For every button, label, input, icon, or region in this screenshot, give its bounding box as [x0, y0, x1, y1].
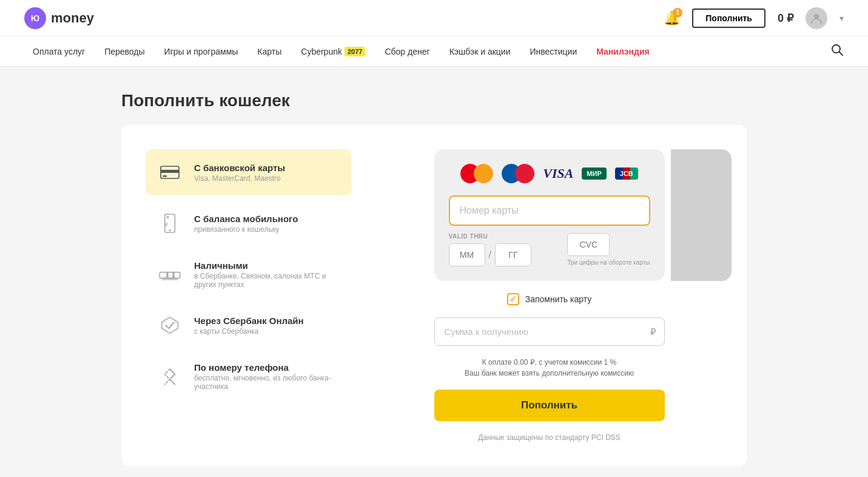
nav-item-manilandia[interactable]: Манилэндия [588, 36, 658, 67]
mc-orange-circle [474, 164, 493, 183]
chevron-down-icon[interactable]: ▾ [839, 13, 844, 23]
svg-rect-7 [167, 216, 169, 218]
svg-rect-4 [161, 170, 179, 173]
card-visual-wrapper: VISA МИР JCB VALID THRU [434, 149, 665, 281]
remember-card-label: Запомнить карту [525, 294, 592, 304]
ruble-sign-icon: ₽ [650, 326, 656, 337]
commission-info: К оплате 0.00 ₽, с учетом комиссии 1 % В… [465, 358, 634, 377]
content-panel: С банковской карты Visa, MasterCard, Mae… [121, 125, 747, 466]
svg-rect-5 [163, 175, 167, 177]
svg-point-8 [169, 229, 170, 231]
checkmark-icon: ✓ [510, 294, 517, 304]
logo-icon: Ю [24, 7, 46, 29]
phone-icon [155, 362, 184, 391]
remember-card-checkbox[interactable]: ✓ [507, 293, 519, 305]
cvc-group: Три цифры на обороте карты [567, 233, 650, 266]
bank-card-text: С банковской карты Visa, MasterCard, Mae… [194, 163, 285, 183]
mobile-balance-text: С баланса мобильного привязанного к коше… [194, 214, 298, 234]
cash-text: Наличными в Сбербанке, Связном, салонах … [194, 260, 342, 289]
nav-item-investments[interactable]: Инвестиции [521, 36, 585, 67]
cvc-hint: Три цифры на обороте карты [567, 259, 650, 266]
method-cash[interactable]: Наличными в Сбербанке, Связном, салонах … [146, 251, 352, 297]
cash-icon [155, 260, 184, 289]
method-mobile-balance[interactable]: ₽ С баланса мобильного привязанного к ко… [146, 200, 352, 246]
logo[interactable]: Ю money [24, 7, 94, 29]
mobile-icon: ₽ [155, 209, 184, 238]
card-form-area: VISA МИР JCB VALID THRU [376, 149, 722, 442]
topup-submit-button[interactable]: Пополнить [434, 390, 665, 421]
jcb-logo: JCB [615, 167, 638, 180]
nav-item-cashback[interactable]: Кэшбэк и акции [441, 36, 519, 67]
logo-text: money [51, 10, 94, 26]
header-right: 🔔 1 Пополнить 0 ₽ ▾ [664, 7, 844, 29]
nav-item-cards[interactable]: Карты [249, 36, 290, 67]
nav-item-services[interactable]: Оплата услуг [24, 36, 93, 67]
pci-dss-text: Данные защищены по стандарту PCI DSS [478, 433, 621, 442]
main-content: Пополнить кошелек С банковской карты Vis… [0, 67, 868, 477]
svg-rect-14 [162, 279, 178, 280]
avatar[interactable] [806, 7, 827, 29]
card-back-strip [671, 149, 732, 281]
sberbank-icon [155, 311, 184, 340]
maestro-logo [502, 164, 534, 183]
valid-thru-group: VALID THRU / [449, 233, 560, 266]
method-bank-card[interactable]: С банковской карты Visa, MasterCard, Mae… [146, 149, 352, 195]
date-inputs: / [449, 243, 560, 266]
valid-thru-label: VALID THRU [449, 233, 560, 240]
maestro-red-circle [515, 164, 534, 183]
remember-card-row: ✓ Запомнить карту [507, 293, 592, 305]
month-input[interactable] [449, 243, 485, 266]
method-phone[interactable]: По номеру телефона бесплатно, мгновенно,… [146, 353, 352, 399]
mastercard-logo [460, 164, 493, 183]
phone-text: По номеру телефона бесплатно, мгновенно,… [194, 362, 342, 391]
method-sberbank[interactable]: Через Сбербанк Онлайн с карты Сбербанка [146, 302, 352, 348]
nav-item-collect[interactable]: Сбор денег [376, 36, 438, 67]
header: Ю money 🔔 1 Пополнить 0 ₽ ▾ [0, 0, 868, 36]
amount-input[interactable] [434, 317, 665, 346]
year-input[interactable] [495, 243, 531, 266]
date-separator: / [489, 249, 491, 260]
visa-logo: VISA [543, 166, 573, 181]
cyberpunk-badge: 2077 [345, 47, 365, 56]
header-topup-button[interactable]: Пополнить [692, 8, 765, 28]
navigation: Оплата услуг Переводы Игры и программы К… [0, 36, 868, 67]
bank-card-icon [155, 158, 184, 187]
notification-badge: 1 [673, 8, 682, 18]
nav-item-cyberpunk[interactable]: Cyberpunk 2077 [292, 36, 374, 67]
card-brands: VISA МИР JCB [449, 164, 650, 183]
nav-item-transfers[interactable]: Переводы [96, 36, 153, 67]
svg-line-2 [839, 52, 843, 56]
card-visual: VISA МИР JCB VALID THRU [434, 149, 665, 281]
cvc-input[interactable] [567, 233, 610, 256]
mir-logo: МИР [582, 167, 606, 180]
search-icon[interactable] [830, 43, 844, 59]
sberbank-text: Через Сбербанк Онлайн с карты Сбербанка [194, 316, 304, 336]
card-number-input[interactable] [449, 195, 650, 226]
notification-bell[interactable]: 🔔 1 [664, 10, 680, 26]
balance-display: 0 ₽ [778, 12, 793, 25]
payment-methods-list: С банковской карты Visa, MasterCard, Mae… [146, 149, 352, 442]
amount-input-wrapper: ₽ [434, 317, 665, 346]
card-bottom-row: VALID THRU / Три цифры на обороте карты [449, 233, 650, 266]
nav-item-games[interactable]: Игры и программы [156, 36, 247, 67]
page-title: Пополнить кошелек [121, 91, 747, 110]
svg-text:₽: ₽ [165, 222, 168, 228]
svg-point-0 [814, 14, 819, 19]
